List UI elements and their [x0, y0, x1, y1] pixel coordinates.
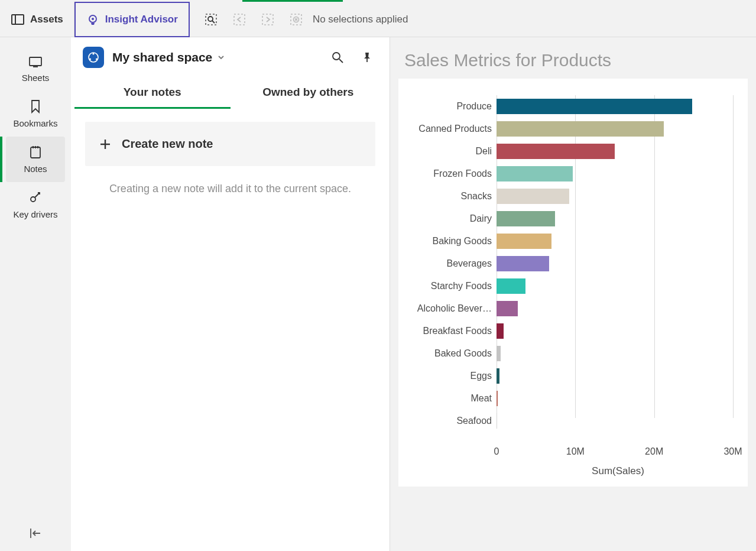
notes-pin-button[interactable] [356, 47, 378, 68]
svg-rect-15 [31, 147, 40, 158]
x-tick: 0 [494, 446, 499, 457]
bar-fill[interactable] [497, 391, 498, 406]
bar-fill[interactable] [497, 121, 664, 137]
bar-row[interactable]: Beverages [407, 252, 739, 275]
bar-row[interactable]: Starchy Foods [407, 275, 739, 297]
bar-chart[interactable]: ProduceCanned ProductsDeliFrozen FoodsSn… [407, 95, 739, 438]
create-note-label: Create new note [122, 137, 213, 151]
collapse-rail-button[interactable] [28, 527, 43, 539]
bar-row[interactable]: Deli [407, 140, 739, 163]
bar-label: Baking Goods [407, 236, 497, 247]
svg-line-26 [339, 59, 343, 63]
bar-row[interactable]: Alcoholic Bever… [407, 297, 739, 320]
svg-rect-8 [262, 14, 273, 25]
bar-label: Deli [407, 146, 497, 157]
key-drivers-icon [28, 190, 43, 205]
bar-label: Breakfast Foods [407, 326, 497, 336]
selection-back-button [225, 2, 254, 37]
bar-row[interactable]: Snacks [407, 185, 739, 208]
svg-point-22 [92, 53, 94, 54]
bar-label: Dairy [407, 213, 497, 224]
bar-fill[interactable] [497, 99, 692, 114]
space-name: My shared space [112, 50, 212, 64]
sheets-icon [28, 56, 43, 68]
assets-label: Assets [30, 14, 63, 25]
svg-point-23 [89, 58, 91, 60]
chevron-down-icon [217, 53, 225, 61]
tab-your-notes[interactable]: Your notes [74, 77, 231, 109]
bar-fill[interactable] [497, 413, 497, 429]
selections-status-text: No selections applied [313, 14, 408, 25]
svg-point-3 [92, 18, 94, 20]
panel-icon [11, 14, 24, 25]
bar-row[interactable]: Frozen Foods [407, 163, 739, 185]
notes-hint-text: Creating a new note will add it to the c… [85, 183, 375, 195]
bar-label: Starchy Foods [407, 281, 497, 291]
bar-label: Eggs [407, 371, 497, 381]
insight-icon [86, 13, 99, 26]
bar-label: Alcoholic Bever… [407, 303, 497, 314]
bar-label: Snacks [407, 191, 497, 202]
x-tick: 10M [566, 446, 585, 457]
bar-row[interactable]: Seafood [407, 410, 739, 432]
bar-fill[interactable] [497, 368, 499, 384]
bar-row[interactable]: Meat [407, 387, 739, 410]
svg-point-25 [333, 53, 340, 60]
bar-fill[interactable] [497, 323, 504, 339]
x-axis: 010M20M30M [497, 438, 739, 462]
rail-item-label: Bookmarks [13, 118, 57, 128]
create-new-note-button[interactable]: Create new note [85, 122, 375, 166]
bar-row[interactable]: Eggs [407, 365, 739, 387]
svg-rect-13 [30, 57, 41, 66]
insight-advisor-button[interactable]: Insight Advisor [74, 2, 190, 37]
bar-label: Seafood [407, 416, 497, 426]
bar-label: Baked Goods [407, 348, 497, 359]
bar-row[interactable]: Breakfast Foods [407, 320, 739, 342]
bar-fill[interactable] [497, 166, 573, 181]
chart-title: Sales Metrics for Products [404, 50, 748, 70]
bar-row[interactable]: Canned Products [407, 118, 739, 140]
space-selector[interactable]: My shared space [112, 50, 225, 64]
rail-item-key-drivers[interactable]: Key drivers [6, 182, 65, 228]
x-tick: 30M [723, 446, 742, 457]
bar-row[interactable]: Produce [407, 95, 739, 118]
rail-item-label: Sheets [22, 73, 50, 83]
notes-icon [29, 145, 42, 159]
rail-item-sheets[interactable]: Sheets [6, 48, 65, 91]
left-rail: Sheets Bookmarks Notes Key drivers [0, 37, 71, 551]
selection-forward-button [254, 2, 282, 37]
bar-label: Beverages [407, 258, 497, 269]
notes-search-button[interactable] [327, 47, 348, 68]
x-tick: 20M [645, 446, 663, 457]
chart-panel: Sales Metrics for Products ProduceCanned… [390, 37, 756, 551]
tab-owned-by-others[interactable]: Owned by others [231, 77, 387, 109]
svg-point-5 [208, 17, 213, 21]
bar-fill[interactable] [497, 189, 569, 204]
bar-fill[interactable] [497, 144, 615, 159]
assets-button[interactable]: Assets [0, 2, 74, 37]
bookmark-icon [30, 99, 41, 114]
bar-row[interactable]: Dairy [407, 208, 739, 230]
bar-fill[interactable] [497, 256, 549, 271]
svg-point-19 [31, 197, 35, 202]
svg-rect-4 [206, 14, 216, 25]
svg-line-6 [212, 21, 215, 23]
bar-fill[interactable] [497, 211, 555, 226]
rail-item-notes[interactable]: Notes [6, 137, 65, 182]
insight-label: Insight Advisor [105, 14, 178, 25]
rail-item-label: Notes [24, 164, 47, 174]
bar-fill[interactable] [497, 346, 501, 361]
smart-search-button[interactable] [197, 2, 225, 37]
svg-point-24 [96, 58, 98, 60]
space-badge-icon [83, 47, 104, 68]
top-toolbar: Assets Insight Advisor No selections app… [0, 2, 756, 37]
bar-fill[interactable] [497, 301, 518, 316]
clear-selections-button [282, 2, 310, 37]
bar-label: Frozen Foods [407, 168, 497, 179]
svg-rect-0 [12, 15, 24, 24]
bar-row[interactable]: Baked Goods [407, 342, 739, 365]
bar-fill[interactable] [497, 278, 525, 294]
bar-fill[interactable] [497, 234, 551, 249]
bar-row[interactable]: Baking Goods [407, 230, 739, 252]
rail-item-bookmarks[interactable]: Bookmarks [6, 91, 65, 137]
